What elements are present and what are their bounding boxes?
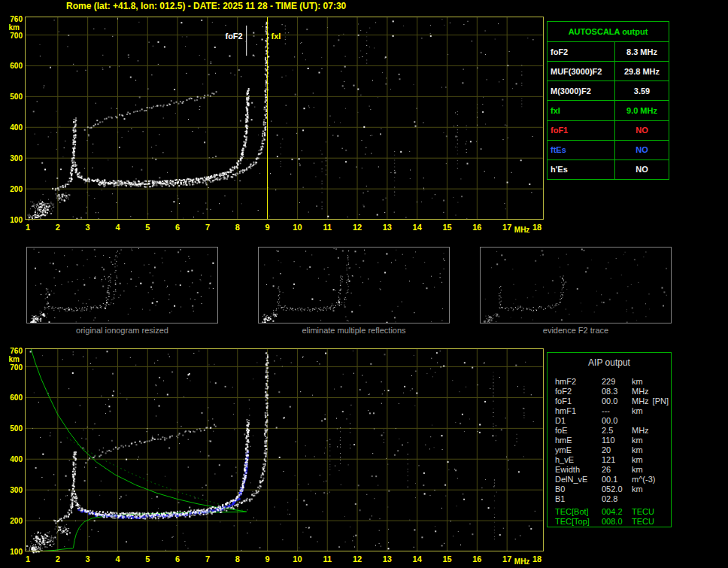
autoscala-row-foF2: foF28.3 MHz xyxy=(548,42,669,62)
aip-row-B1: B102.8 xyxy=(555,494,671,504)
svg-text:1: 1 xyxy=(26,554,30,563)
autoscala-row-ftEs: ftEsNO xyxy=(548,141,669,160)
svg-text:700: 700 xyxy=(10,32,23,40)
thumbnail-evidence-f2 xyxy=(480,247,672,323)
svg-text:16: 16 xyxy=(472,223,481,232)
autoscala-row-value: 9.0 MHz xyxy=(615,101,669,120)
svg-text:11: 11 xyxy=(323,554,332,563)
svg-text:9: 9 xyxy=(265,554,270,563)
aip-row-hmE: hmE110km xyxy=(555,436,671,445)
autoscala-row-MUF(3000)F2: MUF(3000)F229.8 MHz xyxy=(548,62,669,81)
svg-text:2: 2 xyxy=(56,554,60,563)
autoscala-row-value: 3.59 xyxy=(615,81,669,100)
thumbnail-eliminate-multiples xyxy=(258,247,450,323)
aip-row-hmF2: hmF2229km xyxy=(555,377,671,387)
thumbnail-evidence-f2-image xyxy=(481,248,671,323)
svg-text:100: 100 xyxy=(10,548,23,556)
aip-row-D1: D100.0 xyxy=(555,416,671,426)
aip-row-hmF1: hmF1---km xyxy=(555,406,671,416)
autoscala-row-fxI: fxI9.0 MHz xyxy=(548,101,669,120)
svg-text:MHz: MHz xyxy=(514,557,530,566)
svg-text:400: 400 xyxy=(10,455,23,463)
aip-row-B0: B0052.0km xyxy=(555,484,671,494)
aip-table-title: AIP output xyxy=(548,353,671,368)
svg-text:13: 13 xyxy=(383,554,392,563)
aip-row-foF1: foF100.0MHz[PN] xyxy=(555,396,671,406)
thumbnail-caption: evidence F2 trace xyxy=(480,326,672,335)
svg-text:18: 18 xyxy=(532,223,541,232)
svg-text:400: 400 xyxy=(10,123,23,132)
svg-text:100: 100 xyxy=(10,216,23,224)
autoscala-row-value: NO xyxy=(615,141,669,159)
svg-text:15: 15 xyxy=(442,223,451,232)
svg-text:16: 16 xyxy=(472,554,481,563)
svg-text:12: 12 xyxy=(353,223,362,232)
autoscala-row-M(3000)F2: M(3000)F23.59 xyxy=(548,81,669,101)
thumbnail-eliminate-multiples-image xyxy=(259,248,449,323)
aip-row-DelN_vE: DelN_vE00.1m^(-3) xyxy=(555,475,671,484)
svg-text:500: 500 xyxy=(10,424,23,433)
svg-text:6: 6 xyxy=(175,223,180,232)
svg-text:11: 11 xyxy=(323,223,332,232)
aip-row-TEC[Bot]: TEC[Bot]004.2TECU xyxy=(555,507,671,517)
autoscala-row-value: NO xyxy=(615,160,669,179)
autoscala-row-label: fxI xyxy=(548,101,615,120)
autoscala-table-title: AUTOSCALA output xyxy=(548,22,669,42)
autoscala-row-value: NO xyxy=(615,121,669,140)
svg-text:300: 300 xyxy=(10,486,23,494)
autoscala-window: Rome (lat: +41.8, lon: 012.5) - DATE: 20… xyxy=(0,0,728,568)
svg-text:9: 9 xyxy=(265,223,270,232)
thumbnail-original-ionogram-image xyxy=(27,248,217,323)
svg-text:3: 3 xyxy=(86,554,90,563)
svg-text:7: 7 xyxy=(205,554,210,563)
aip-row-foF2: foF208.3MHz xyxy=(555,387,671,396)
autoscala-row-label: ftEs xyxy=(548,141,615,159)
svg-text:18: 18 xyxy=(532,554,541,563)
svg-text:fxI: fxI xyxy=(271,32,281,41)
svg-text:200: 200 xyxy=(10,517,23,525)
svg-text:4: 4 xyxy=(115,554,120,563)
autoscala-table: AUTOSCALA output foF28.3 MHzMUF(3000)F22… xyxy=(547,21,669,180)
svg-text:2: 2 xyxy=(56,223,60,232)
ionogram-plot-top: foF2fxI760km7006005004003002001001234567… xyxy=(0,11,560,237)
svg-text:17: 17 xyxy=(502,223,511,232)
svg-text:300: 300 xyxy=(10,154,23,163)
aip-row-Ewidth: Ewidth26km xyxy=(555,465,671,475)
svg-text:700: 700 xyxy=(10,363,23,372)
ionogram-plot-bottom: 760km70060050040030020010012345678910111… xyxy=(0,343,560,568)
autoscala-row-value: 29.8 MHz xyxy=(615,62,669,80)
autoscala-row-label: MUF(3000)F2 xyxy=(548,62,615,80)
svg-text:MHz: MHz xyxy=(514,226,530,234)
svg-text:17: 17 xyxy=(502,554,511,563)
svg-text:5: 5 xyxy=(145,554,150,563)
autoscala-row-label: foF2 xyxy=(548,42,615,61)
aip-row-foE: foE2.5MHz xyxy=(555,426,671,436)
thumbnail-caption: original ionogram resized xyxy=(26,326,218,335)
svg-text:760: 760 xyxy=(10,15,23,23)
svg-text:4: 4 xyxy=(115,223,120,232)
svg-text:km: km xyxy=(9,355,20,363)
svg-text:760: 760 xyxy=(10,347,23,355)
svg-text:10: 10 xyxy=(293,223,302,232)
svg-text:13: 13 xyxy=(383,223,392,232)
autoscala-row-h'Es: h'EsNO xyxy=(548,160,669,179)
station-date-title: Rome (lat: +41.8, lon: 012.5) - DATE: 20… xyxy=(66,1,346,11)
svg-text:5: 5 xyxy=(145,223,150,232)
svg-text:14: 14 xyxy=(413,223,423,232)
autoscala-row-foF1: foF1NO xyxy=(548,121,669,141)
svg-text:14: 14 xyxy=(413,554,423,563)
aip-row-h_vE: h_vE121km xyxy=(555,455,671,465)
svg-text:7: 7 xyxy=(205,223,210,232)
thumbnail-original-ionogram xyxy=(26,247,218,323)
aip-table: AIP output hmF2229kmfoF208.3MHzfoF100.0M… xyxy=(547,352,672,527)
svg-text:6: 6 xyxy=(175,554,180,563)
svg-text:10: 10 xyxy=(293,554,302,563)
thumbnail-caption: eliminate multiple reflections xyxy=(258,326,450,335)
aip-row-ymE: ymE20km xyxy=(555,445,671,455)
svg-text:500: 500 xyxy=(10,93,23,101)
aip-row-TEC[Top]: TEC[Top]008.0TECU xyxy=(555,517,671,527)
svg-text:1: 1 xyxy=(26,223,30,232)
autoscala-row-label: h'Es xyxy=(548,160,615,179)
aip-table-rows: hmF2229kmfoF208.3MHzfoF100.0MHz[PN]hmF1-… xyxy=(548,368,671,527)
svg-text:8: 8 xyxy=(235,554,240,563)
